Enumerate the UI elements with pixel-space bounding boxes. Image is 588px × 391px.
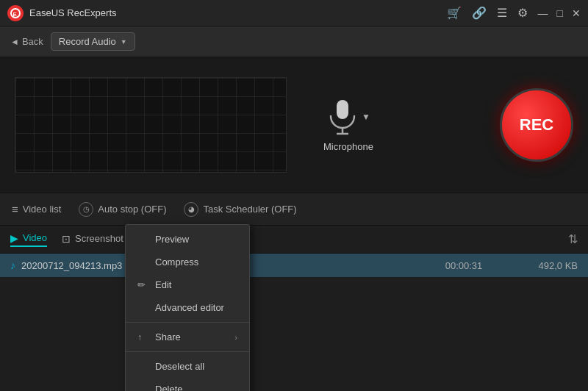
tool-icon[interactable]: 🔗 [472,6,487,20]
title-icons: 🛒 🔗 ☰ ⚙ [447,6,528,20]
task-scheduler-label: Task Scheduler (OFF) [203,204,296,215]
ctx-advanced-editor-label: Advanced editor [155,302,224,313]
bottom-toolbar: ≡ Video list ◷ Auto stop (OFF) ◕ Task Sc… [0,193,588,226]
maximize-button[interactable]: □ [557,7,563,19]
file-list-tabs: ▶ Video ⊡ Screenshot ⇅ [0,226,588,254]
microphone-label: Microphone [323,141,373,152]
ctx-share[interactable]: ↑ Share › [126,326,249,348]
ctx-deselect-all[interactable]: Deselect all [126,355,249,378]
dropdown-arrow-icon: ▼ [121,38,127,46]
svg-rect-2 [337,100,348,119]
app-logo: E [7,5,24,21]
tab-screenshot[interactable]: ⊡ Screenshot [62,233,123,246]
auto-stop-icon: ◷ [79,202,93,217]
file-list-area: ▶ Video ⊡ Screenshot ⇅ ♪ 20200712_094213… [0,226,588,278]
video-tab-icon: ▶ [10,232,18,244]
ctx-divider-2 [126,351,249,352]
ctx-edit-label: Edit [155,279,171,290]
toolbar: ◄ Back Record Audio ▼ [0,26,588,57]
table-row[interactable]: ♪ 20200712_094213.mp3 00:00:31 492,0 KB [0,254,588,278]
window-controls: — □ ✕ [538,7,581,19]
microphone-section: ▼ Microphone [323,98,373,152]
rec-button[interactable]: REC [500,88,573,162]
waveform-grid [15,78,286,172]
ctx-delete-label: Delete [155,384,183,391]
auto-stop-item[interactable]: ◷ Auto stop (OFF) [79,202,166,217]
ctx-compress[interactable]: Compress [126,251,249,273]
ctx-preview[interactable]: Preview [126,228,249,251]
back-arrow-icon: ◄ [10,37,19,47]
ctx-compress-label: Compress [155,257,198,268]
ctx-delete[interactable]: Delete [126,378,249,391]
share-icon: ↑ [137,332,149,342]
sort-icon[interactable]: ⇅ [568,232,578,246]
screenshot-tab-icon: ⊡ [62,233,71,245]
video-list-icon: ≡ [12,203,18,215]
waveform-area [15,77,287,173]
ctx-deselect-all-label: Deselect all [155,361,204,372]
file-size: 492,0 KB [519,260,578,271]
back-button[interactable]: ◄ Back [10,36,43,47]
tab-video[interactable]: ▶ Video [10,232,47,247]
ctx-share-label: Share [155,331,181,342]
ctx-advanced-editor[interactable]: Advanced editor [126,296,249,319]
task-scheduler-icon: ◕ [184,202,198,217]
task-scheduler-item[interactable]: ◕ Task Scheduler (OFF) [184,202,296,217]
screenshot-tab-label: Screenshot [75,233,123,244]
microphone-icon [326,98,359,135]
main-content: ▼ Microphone REC [0,57,588,193]
ctx-divider-1 [126,322,249,323]
ctx-preview-label: Preview [155,234,189,245]
minimize-button[interactable]: — [538,7,548,19]
menu-icon[interactable]: ☰ [497,6,507,20]
file-audio-icon: ♪ [10,259,15,271]
file-table: ♪ 20200712_094213.mp3 00:00:31 492,0 KB [0,254,588,278]
ctx-edit[interactable]: ✏ Edit [126,273,249,296]
file-duration: 00:00:31 [438,260,490,271]
share-submenu-arrow: › [234,333,237,342]
video-list-label: Video list [23,204,62,215]
cart-icon[interactable]: 🛒 [447,6,462,20]
close-button[interactable]: ✕ [572,7,581,19]
settings-icon[interactable]: ⚙ [517,6,528,20]
video-tab-label: Video [23,232,47,243]
svg-text:E: E [13,10,18,17]
edit-icon: ✏ [137,279,149,290]
record-audio-button[interactable]: Record Audio ▼ [51,32,135,51]
rec-label: REC [520,115,553,134]
video-list-item[interactable]: ≡ Video list [12,203,61,215]
titlebar: E EaseUS RecExperts 🛒 🔗 ☰ ⚙ — □ ✕ [0,0,588,26]
auto-stop-label: Auto stop (OFF) [98,204,166,215]
back-label: Back [22,36,43,47]
microphone-dropdown-arrow[interactable]: ▼ [362,112,370,122]
rec-button-area: REC [500,88,573,162]
context-menu: Preview Compress ✏ Edit Advanced editor … [125,224,250,391]
mic-icon-wrapper[interactable]: ▼ [326,98,370,135]
app-name: EaseUS RecExperts [29,7,447,18]
record-audio-label: Record Audio [59,36,116,47]
